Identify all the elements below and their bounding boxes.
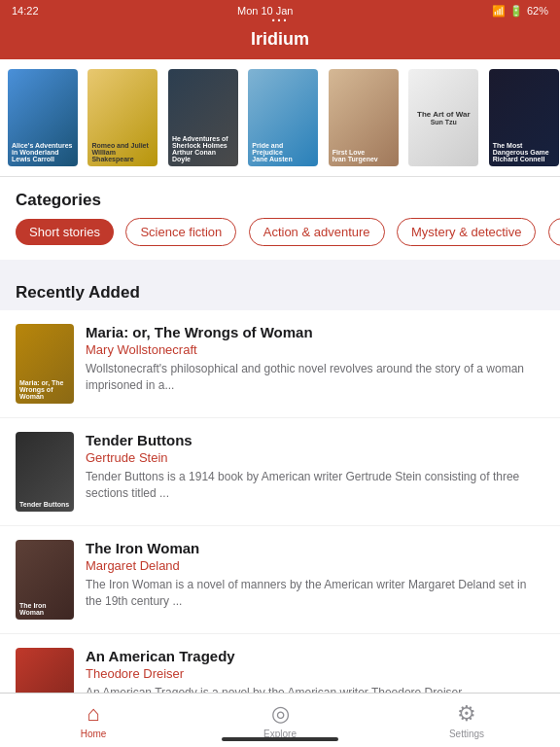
signal-icon: 📶 bbox=[492, 5, 506, 18]
book-item-maria[interactable]: Maria: or, The Wrongs of Woman Maria: or… bbox=[0, 310, 560, 418]
book-author-maria: Mary Wollstonecraft bbox=[86, 342, 544, 357]
book-item-tender[interactable]: Tender Buttons Tender Buttons Gertrude S… bbox=[0, 418, 560, 526]
book-cover-romeo[interactable]: Romeo and Juliet William Shakespeare bbox=[88, 69, 158, 166]
book-title-iron: The Iron Woman bbox=[86, 540, 544, 556]
status-time: 14:22 bbox=[12, 5, 39, 17]
category-short-stories[interactable]: Short stories bbox=[16, 219, 114, 245]
book-info-maria: Maria: or, The Wrongs of Woman Mary Woll… bbox=[86, 324, 544, 394]
book-cover-dangerous[interactable]: The Most Dangerous Game Richard Connell bbox=[489, 69, 559, 166]
book-author-tender: Gertrude Stein bbox=[86, 450, 544, 465]
book-item-iron[interactable]: The Iron Woman The Iron Woman Margaret D… bbox=[0, 526, 560, 634]
category-fantasy[interactable]: Fantasy bbox=[548, 218, 560, 246]
book-cover-first[interactable]: First Love Ivan Turgenev bbox=[329, 69, 399, 166]
book-thumb-tender: Tender Buttons bbox=[16, 432, 74, 512]
explore-icon: ◎ bbox=[271, 701, 290, 727]
category-action-adventure[interactable]: Action & adventure bbox=[249, 218, 385, 246]
book-desc-maria: Wollstonecraft's philosophical and gothi… bbox=[86, 361, 544, 394]
book-cover-holmes[interactable]: He Adventures of Sherlock Holmes Arthur … bbox=[168, 69, 238, 166]
book-author-american: Theodore Dreiser bbox=[86, 666, 544, 681]
book-title-tender: Tender Buttons bbox=[86, 432, 544, 448]
recently-added-list: Maria: or, The Wrongs of Woman Maria: or… bbox=[0, 310, 560, 747]
book-info-tender: Tender Buttons Gertrude Stein Tender But… bbox=[86, 432, 544, 502]
category-science-fiction[interactable]: Science fiction bbox=[125, 218, 236, 246]
home-indicator bbox=[222, 737, 338, 741]
book-thumb-iron: The Iron Woman bbox=[16, 540, 74, 620]
nav-home[interactable]: ⌂ Home bbox=[0, 694, 187, 747]
book-cover-alice[interactable]: Alice's Adventures in Wonderland Lewis C… bbox=[8, 69, 78, 166]
battery-percent: 62% bbox=[527, 5, 548, 17]
categories-section: Categories Short stories Science fiction… bbox=[0, 177, 560, 260]
app-title: Iridium bbox=[251, 29, 309, 49]
book-info-iron: The Iron Woman Margaret Deland The Iron … bbox=[86, 540, 544, 610]
book-title-american: An American Tragedy bbox=[86, 648, 544, 664]
featured-books-row[interactable]: Alice's Adventures in Wonderland Lewis C… bbox=[0, 59, 560, 177]
categories-title: Categories bbox=[0, 177, 560, 218]
book-author-iron: Margaret Deland bbox=[86, 558, 544, 573]
header-dots: ··· bbox=[271, 13, 289, 28]
book-cover-artofwar[interactable]: The Art of War Sun Tzu bbox=[408, 69, 478, 166]
wifi-icon: 🔋 bbox=[509, 5, 523, 18]
category-mystery-detective[interactable]: Mystery & detective bbox=[397, 218, 536, 246]
app-header: ··· Iridium bbox=[0, 21, 560, 59]
recently-added-title: Recently Added bbox=[0, 267, 560, 310]
book-cover-pride[interactable]: Pride and Prejudice Jane Austen bbox=[248, 69, 318, 166]
book-desc-iron: The Iron Woman is a novel of manners by … bbox=[86, 577, 544, 610]
home-icon: ⌂ bbox=[87, 701, 99, 727]
categories-row[interactable]: Short stories Science fiction Action & a… bbox=[0, 218, 560, 260]
nav-home-label: Home bbox=[81, 729, 107, 739]
main-content: Alice's Adventures in Wonderland Lewis C… bbox=[0, 59, 560, 747]
nav-settings-label: Settings bbox=[449, 729, 484, 739]
book-desc-tender: Tender Buttons is a 1914 book by America… bbox=[86, 469, 544, 502]
status-icons: 📶 🔋 62% bbox=[492, 5, 548, 18]
book-thumb-maria: Maria: or, The Wrongs of Woman bbox=[16, 324, 74, 404]
nav-settings[interactable]: ⚙ Settings bbox=[373, 694, 560, 747]
settings-icon: ⚙ bbox=[457, 701, 476, 727]
book-title-maria: Maria: or, The Wrongs of Woman bbox=[86, 324, 544, 340]
